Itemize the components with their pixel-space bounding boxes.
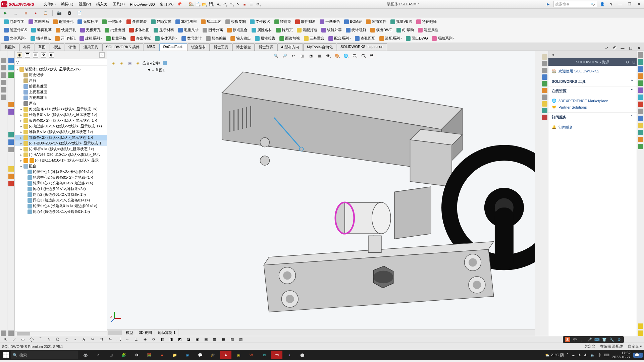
user-icon[interactable]: 👤	[600, 2, 605, 7]
rstrip-icon[interactable]	[638, 73, 643, 79]
command-button[interactable]: 转后页	[274, 27, 294, 33]
tree-row[interactable]: 原点	[15, 101, 107, 106]
command-button[interactable]: 编辑孔草	[30, 27, 53, 33]
menu-view[interactable]: 视图(V)	[76, 2, 94, 7]
strip1-icon[interactable]	[1, 72, 6, 78]
strip2-icon[interactable]	[8, 132, 14, 137]
strip1-icon[interactable]	[1, 58, 6, 63]
select-icon[interactable]: ↖	[235, 2, 240, 7]
taskbar-app[interactable]: 🧩	[118, 351, 129, 359]
command-button[interactable]: 多出平板	[129, 35, 153, 42]
command-button[interactable]: 铜排开孔	[51, 18, 75, 25]
rstrip-icon[interactable]	[638, 116, 643, 121]
window-close[interactable]: ✕	[635, 1, 643, 7]
snapshot-icon[interactable]: 📷	[57, 10, 62, 16]
rstrip-icon[interactable]	[638, 80, 643, 86]
ribbon-tab[interactable]: 装配体	[1, 43, 19, 51]
sk-select-icon[interactable]: ↖	[3, 337, 8, 342]
notification-icon[interactable]: 💬2	[633, 353, 643, 358]
sk-more4-icon[interactable]: ◪	[186, 337, 191, 342]
taskbar-app-explorer[interactable]: 📁	[169, 351, 180, 359]
command-button[interactable]: 查孔匹配	[353, 35, 377, 42]
res-link-subscribe[interactable]: 🔔 订阅服务	[552, 124, 633, 131]
sk-trim-icon[interactable]: ✂	[90, 337, 95, 342]
strip1-icon[interactable]	[1, 87, 6, 93]
sk-more8-icon[interactable]: ▦	[221, 337, 226, 342]
res-head-subscribe[interactable]: 订阅服务⌃	[548, 112, 637, 122]
taskbar-app-calc[interactable]: 🧮	[144, 351, 155, 359]
sk-text-icon[interactable]: A	[81, 337, 87, 342]
taskbar-app[interactable]: 🖥	[258, 351, 270, 359]
ribbon-tab[interactable]: MyTools-自动化	[303, 43, 336, 51]
orientation-triad-icon[interactable]: x	[110, 309, 124, 322]
strip1-icon[interactable]	[1, 65, 6, 70]
home-icon[interactable]: 🏠	[188, 2, 194, 7]
taskbar-app[interactable]: 🦝	[80, 351, 91, 359]
rebuild-icon[interactable]: ■	[242, 2, 247, 7]
search-play-icon[interactable]: ▶	[545, 2, 551, 7]
rstrip-icon[interactable]	[638, 102, 643, 107]
command-button[interactable]: 颜色编辑	[204, 35, 228, 42]
strip2-icon[interactable]	[8, 166, 14, 172]
ctx-icon[interactable]	[542, 88, 547, 93]
strip2-icon[interactable]	[8, 65, 14, 70]
command-button[interactable]: 装插零件	[364, 18, 388, 25]
command-button[interactable]: 配合系列▾	[327, 35, 353, 42]
sk-rel-icon[interactable]: ⊥	[133, 337, 139, 342]
command-button[interactable]: 3D包围框	[174, 18, 199, 25]
res-head-online[interactable]: 在线资源⌃	[548, 86, 637, 96]
ribbon-tab[interactable]: 标注	[50, 43, 64, 51]
tab-window-icon[interactable]: 🗗	[612, 45, 617, 51]
tree-hscroll[interactable]	[15, 331, 107, 336]
tree-row[interactable]: 前视基准面	[15, 83, 107, 89]
rstrip-icon[interactable]	[638, 52, 643, 58]
sk-more10-icon[interactable]: ▨	[238, 337, 244, 342]
sk-offset-icon[interactable]: ⇉	[99, 337, 104, 342]
command-button[interactable]: 显隐实体	[149, 18, 173, 25]
command-button[interactable]: 清空属性	[416, 27, 440, 33]
save-icon[interactable]: 💾	[208, 2, 214, 7]
command-button[interactable]: 多体出图	[127, 27, 151, 33]
ribbon-tab[interactable]: 博士钣金	[232, 43, 255, 51]
command-button[interactable]: 无极标注	[76, 18, 100, 25]
tab-expand-icon[interactable]: ⤢	[604, 45, 609, 51]
strip2-icon[interactable]	[8, 181, 14, 186]
command-button[interactable]: 玩酷系列▾	[430, 35, 456, 42]
redo-icon[interactable]: ↷	[228, 2, 234, 7]
ime-brand-icon[interactable]: S	[565, 337, 570, 342]
vp-tab-model[interactable]: 模型	[123, 329, 136, 336]
tree-row[interactable]: 轮廓中心4 (长边条01<1>,短边条01<1>)	[15, 203, 107, 209]
sk-circle-icon[interactable]: ◯	[29, 337, 34, 342]
tree-tab3-icon[interactable]: ⊞	[33, 52, 38, 58]
settings-icon[interactable]: ⚙	[255, 2, 261, 7]
tree-row[interactable]: ▸(-) 螺杆<1> (默认<<默认>_显示状态 1>)	[15, 146, 107, 152]
tree-row[interactable]: 轮廓中心1 (导轨条<2>,长边条01<1>)	[15, 169, 107, 175]
ctx-icon[interactable]	[542, 108, 547, 113]
ribbon-tab[interactable]: SOLIDWORKS Inspection	[337, 43, 387, 51]
vp-tab-motion[interactable]: 运动算例 1	[155, 329, 178, 336]
ribbon-tab[interactable]: 布局	[19, 43, 34, 51]
tree-row[interactable]: 历史记录	[15, 72, 107, 78]
search-dd-icon[interactable]: 🔍▾	[591, 3, 595, 6]
sk-fix-icon[interactable]: ✚	[142, 337, 148, 342]
command-button[interactable]: 文件系列▾	[2, 35, 28, 42]
tree-row[interactable]: ▸长边条01<1> (默认<<默认>_显示状态 1>)	[15, 112, 107, 118]
taskbar-app-edge[interactable]: ◉	[182, 351, 193, 359]
taskbar-app[interactable]: 🎓	[207, 351, 219, 359]
tree-row[interactable]: ▸长边条01<2> (默认<<默认>_显示状态 1>)	[15, 118, 107, 123]
tree-filter[interactable]: ▽	[15, 59, 107, 66]
tree-row[interactable]: ▸导轨条<2> (默认<<默认>_显示状态 1>)	[15, 135, 107, 140]
command-button[interactable]: 多体建装	[125, 18, 149, 25]
window-restore[interactable]: ❐	[626, 1, 633, 7]
command-button[interactable]: 装配系列▾	[378, 35, 404, 42]
taskbar-app[interactable]: ▣	[233, 351, 244, 359]
ime-lang-icon[interactable]: 中	[572, 337, 578, 342]
tree-tab4-icon[interactable]: ✥	[41, 52, 46, 58]
tree-collapse-icon[interactable]: ›	[99, 52, 105, 58]
command-button[interactable]: 文件改名	[248, 18, 272, 25]
taskbar-app-taskview[interactable]: ⊞	[105, 351, 117, 359]
tray-icon[interactable]: 🖧	[584, 353, 588, 357]
pause-icon[interactable]: ⏸	[23, 10, 28, 16]
open-icon[interactable]: 📂	[202, 2, 207, 7]
tree-row[interactable]: 同心1 (长边条01<1>,导轨条<2>)	[15, 186, 107, 192]
